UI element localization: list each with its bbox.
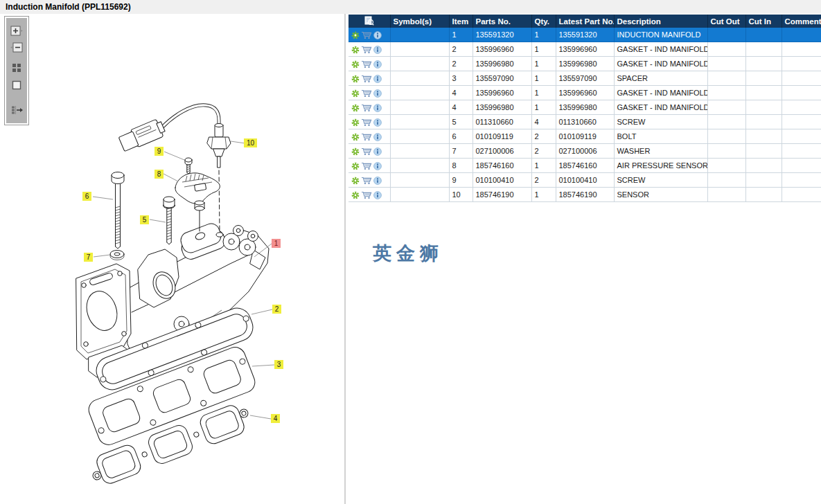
info-icon[interactable]: [373, 118, 382, 127]
callout-7[interactable]: 7: [84, 253, 93, 262]
callout-9[interactable]: 9: [155, 147, 164, 156]
gear-icon[interactable]: [351, 46, 360, 54]
info-icon[interactable]: [373, 75, 382, 83]
latest-part-no-cell: 027100006: [556, 144, 614, 159]
latest-part-no-cell: 135996980: [556, 100, 614, 115]
cut-in-cell: [745, 100, 782, 115]
column-header-cut-out: Cut Out: [707, 15, 745, 28]
cart-icon[interactable]: [361, 133, 372, 141]
table-row[interactable]: 4 135996960 1 135996960 GASKET - IND MAN…: [348, 86, 821, 100]
parts-no-cell: 011310660: [473, 115, 531, 129]
cart-icon[interactable]: [361, 177, 372, 185]
gear-icon[interactable]: [351, 60, 360, 69]
table-row[interactable]: 8 185746160 1 185746160 AIR PRESSURE SEN…: [348, 159, 821, 173]
table-row[interactable]: 6 010109119 2 010109119 BOLT: [348, 129, 821, 144]
table-row[interactable]: 2 135996980 1 135996980 GASKET - IND MAN…: [348, 57, 821, 71]
item-cell: 2: [449, 42, 473, 57]
gear-icon[interactable]: [351, 162, 360, 170]
description-cell: GASKET - IND MANIFOLD: [614, 100, 707, 115]
gear-icon[interactable]: [351, 118, 360, 127]
symbol-cell: [390, 71, 449, 86]
callout-7-label: 7: [87, 253, 91, 261]
cut-in-cell: [745, 115, 782, 129]
info-icon[interactable]: [373, 46, 382, 54]
cart-icon[interactable]: [361, 118, 372, 127]
callout-4[interactable]: 4: [271, 414, 280, 423]
cut-in-cell: [745, 173, 782, 188]
latest-part-no-cell: 011310660: [556, 115, 614, 129]
comment-cell: [782, 188, 821, 202]
gear-icon[interactable]: [351, 75, 360, 83]
symbol-cell: [390, 57, 449, 71]
qty-cell: 2: [531, 129, 556, 144]
latest-part-no-cell: 135597090: [556, 71, 614, 86]
gear-icon[interactable]: [351, 31, 360, 39]
callout-2[interactable]: 2: [272, 305, 281, 314]
qty-cell: 2: [531, 144, 556, 159]
info-icon[interactable]: [373, 60, 382, 69]
latest-part-no-cell: 135996980: [556, 57, 614, 71]
table-row[interactable]: 1 135591320 1 135591320 INDUCTION MANIFO…: [348, 28, 821, 42]
parts-no-cell: 135996960: [473, 86, 531, 100]
gear-icon[interactable]: [351, 89, 360, 98]
gear-icon[interactable]: [351, 191, 360, 199]
cut-out-cell: [707, 42, 745, 57]
cart-icon[interactable]: [361, 46, 372, 54]
table-row[interactable]: 3 135597090 1 135597090 SPACER: [348, 71, 821, 86]
info-icon[interactable]: [373, 89, 382, 98]
comment-cell: [782, 71, 821, 86]
info-icon[interactable]: [373, 133, 382, 141]
cut-out-cell: [707, 159, 745, 173]
part-air-pressure-sensor: [175, 173, 220, 231]
info-icon[interactable]: [373, 191, 382, 199]
table-row[interactable]: 7 027100006 2 027100006 WASHER: [348, 144, 821, 159]
item-cell: 2: [449, 57, 473, 71]
cart-icon[interactable]: [361, 75, 372, 83]
description-cell: GASKET - IND MANIFOLD: [614, 86, 707, 100]
item-cell: 1: [449, 28, 473, 42]
gear-icon[interactable]: [351, 177, 360, 185]
titlebar: Induction Manifold (PPL115692): [0, 0, 821, 14]
symbol-cell: [390, 144, 449, 159]
description-cell: GASKET - IND MANIFOLD: [614, 42, 707, 57]
callout-2-label: 2: [275, 305, 279, 313]
gear-icon[interactable]: [351, 104, 360, 112]
info-icon[interactable]: [373, 162, 382, 170]
callout-1[interactable]: 1: [272, 239, 281, 248]
cart-icon[interactable]: [361, 89, 372, 98]
info-icon[interactable]: [373, 104, 382, 112]
callout-6[interactable]: 6: [82, 192, 91, 201]
comment-cell: [782, 144, 821, 159]
callout-5[interactable]: 5: [140, 215, 149, 224]
callout-3[interactable]: 3: [274, 360, 283, 369]
table-row[interactable]: 10 185746190 1 185746190 SENSOR: [348, 188, 821, 202]
qty-cell: 1: [531, 57, 556, 71]
cart-icon[interactable]: [361, 104, 372, 112]
item-cell: 9: [449, 173, 473, 188]
cut-in-cell: [745, 129, 782, 144]
cart-icon[interactable]: [361, 162, 372, 170]
table-row[interactable]: 5 011310660 4 011310660 SCREW: [348, 115, 821, 129]
gear-icon[interactable]: [351, 133, 360, 141]
watermark: 英金狮: [373, 241, 443, 266]
cart-icon[interactable]: [361, 147, 372, 156]
gear-icon[interactable]: [351, 147, 360, 156]
column-header-qty: Qty.: [531, 15, 556, 28]
table-row[interactable]: 4 135996980 1 135996980 GASKET - IND MAN…: [348, 100, 821, 115]
table-row[interactable]: 9 010100410 2 010100410 SCREW: [348, 173, 821, 188]
cart-icon[interactable]: [361, 31, 372, 39]
info-icon[interactable]: [373, 177, 382, 185]
parts-no-cell: 135996980: [473, 57, 531, 71]
description-cell: SCREW: [614, 115, 707, 129]
table-row[interactable]: 2 135996960 1 135996960 GASKET - IND MAN…: [348, 42, 821, 57]
cut-in-cell: [745, 188, 782, 202]
row-actions-cell: [348, 57, 390, 71]
cart-icon[interactable]: [361, 191, 372, 199]
callout-10[interactable]: 10: [244, 138, 257, 147]
qty-cell: 1: [531, 42, 556, 57]
callout-8[interactable]: 8: [155, 170, 164, 179]
cart-icon[interactable]: [361, 60, 372, 69]
info-icon[interactable]: [373, 31, 382, 39]
info-icon[interactable]: [373, 147, 382, 156]
symbol-cell: [390, 100, 449, 115]
